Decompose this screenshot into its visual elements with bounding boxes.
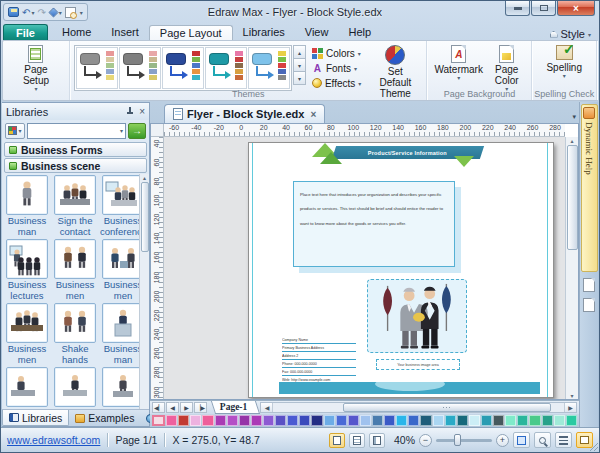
scroll-down-icon[interactable]: ▾ — [570, 392, 573, 399]
shape-business-man-making-speech[interactable]: Business man making speech — [100, 303, 139, 367]
vertical-scrollbar[interactable]: ▴ ▾ — [565, 137, 578, 399]
palette-swatch[interactable] — [287, 415, 298, 426]
close-panel-icon[interactable]: × — [139, 107, 145, 117]
navigate-icon[interactable]: ▾ — [49, 8, 62, 17]
customize-qat-icon[interactable]: ▾ — [79, 9, 83, 16]
watermark-button[interactable]: Watermark▾ — [431, 44, 486, 83]
palette-swatch[interactable] — [311, 415, 322, 426]
library-group-business-scene[interactable]: Business scene — [4, 158, 147, 173]
page-tab[interactable]: Page-1 — [211, 401, 261, 414]
palette-swatch[interactable] — [336, 415, 347, 426]
colors-button[interactable]: Colors▾ — [310, 46, 363, 60]
gallery-down-icon[interactable]: ▾ — [293, 58, 306, 72]
next-page-icon[interactable]: ▶ — [180, 402, 193, 413]
palette-swatch[interactable] — [202, 415, 213, 426]
tab-insert[interactable]: Insert — [101, 24, 149, 40]
palette-swatch[interactable] — [178, 415, 189, 426]
spelling-button[interactable]: Spelling▾ — [536, 44, 592, 81]
scroll-right-icon[interactable]: ▶ — [564, 403, 576, 412]
tab-view[interactable]: View — [295, 24, 339, 40]
presentation-view-icon[interactable] — [369, 433, 385, 448]
palette-swatch[interactable] — [517, 415, 528, 426]
dynamic-help-tab[interactable]: Dynamic Help — [581, 104, 598, 272]
horizontal-scroll-thumb[interactable] — [343, 403, 551, 412]
fonts-button[interactable]: A Fonts▾ — [310, 61, 363, 75]
save-icon[interactable] — [8, 7, 19, 17]
shape-thumbnail-image[interactable] — [54, 175, 96, 215]
palette-swatch[interactable] — [529, 415, 540, 426]
shape-thumbnail[interactable] — [4, 367, 50, 409]
tab-file[interactable]: File — [3, 24, 48, 40]
canvas-viewport[interactable]: Product/Service Information Place text h… — [164, 137, 565, 399]
document-tab[interactable]: Flyer - Block Style.edx × — [164, 104, 325, 123]
horizontal-scrollbar[interactable]: ◀ ▶ — [260, 402, 577, 413]
pin-icon[interactable] — [126, 107, 134, 116]
tab-home[interactable]: Home — [52, 24, 101, 40]
zoom-slider[interactable] — [436, 439, 492, 442]
shape-thumbnail-image[interactable] — [54, 239, 96, 279]
shape-business-lectures[interactable]: Business lectures — [4, 239, 50, 303]
normal-view-icon[interactable] — [329, 433, 345, 448]
palette-swatch[interactable] — [566, 415, 577, 426]
first-page-icon[interactable]: ◀▏ — [152, 402, 165, 413]
shape-shake-hands[interactable]: Shake hands — [52, 303, 98, 367]
palette-swatch[interactable] — [263, 415, 274, 426]
business-image-area[interactable] — [367, 279, 467, 353]
flyer-banner[interactable]: Product/Service Information — [304, 143, 484, 169]
page-list-icon[interactable] — [555, 432, 572, 448]
zoom-in-icon[interactable]: + — [496, 434, 509, 447]
scroll-left-icon[interactable]: ◀ — [261, 403, 273, 412]
zoom-slider-thumb[interactable] — [454, 434, 461, 446]
palette-swatch[interactable] — [275, 415, 286, 426]
last-page-icon[interactable]: ▕▶ — [194, 402, 207, 413]
palette-swatch[interactable] — [348, 415, 359, 426]
page-color-button[interactable]: Page Color▾ — [486, 44, 527, 94]
palette-swatch[interactable] — [408, 415, 419, 426]
gallery-up-icon[interactable]: ▴ — [293, 45, 306, 59]
shape-thumbnail-image[interactable] — [54, 367, 96, 407]
palette-swatch[interactable] — [396, 415, 407, 426]
palette-swatch[interactable] — [554, 415, 565, 426]
library-search-input[interactable]: ▾ — [27, 123, 126, 139]
tab-overflow-icon[interactable]: ▾ — [572, 113, 576, 121]
docked-panel-icon[interactable] — [583, 278, 595, 292]
palette-swatch[interactable] — [299, 415, 310, 426]
palette-swatch[interactable] — [384, 415, 395, 426]
theme-thumbnail-2[interactable] — [119, 47, 161, 89]
palette-swatch[interactable] — [372, 415, 383, 426]
palette-swatch[interactable] — [166, 415, 177, 426]
zoom-out-icon[interactable]: − — [419, 434, 432, 447]
flyer-page[interactable]: Product/Service Information Place text h… — [248, 142, 554, 398]
shape-thumbnail-image[interactable] — [102, 303, 139, 343]
palette-swatch[interactable] — [215, 415, 226, 426]
palette-swatch[interactable] — [360, 415, 371, 426]
theme-thumbnail-4[interactable] — [205, 47, 247, 89]
palette-swatch[interactable] — [239, 415, 250, 426]
shape-business-conference[interactable]: Business conference — [100, 175, 139, 239]
shape-thumbnail[interactable] — [52, 367, 98, 409]
tab-page-layout[interactable]: Page Layout — [149, 25, 233, 41]
palette-swatch[interactable] — [227, 415, 238, 426]
style-button[interactable]: Style ▾ — [550, 28, 597, 40]
page-setup-button[interactable]: Page Setup▾ — [7, 44, 65, 94]
palette-swatch[interactable] — [190, 415, 201, 426]
shape-sign-the-contact[interactable]: Sign the contact — [52, 175, 98, 239]
shape-thumbnail-image[interactable] — [6, 175, 48, 215]
vertical-scroll-thumb[interactable] — [567, 145, 578, 250]
undo-icon[interactable]: ↶▾ — [22, 7, 34, 18]
shape-thumbnail-image[interactable] — [102, 367, 139, 407]
library-group-business-forms[interactable]: Business Forms — [4, 142, 147, 157]
shape-thumbnail-image[interactable] — [6, 367, 48, 407]
fit-to-window-icon[interactable] — [513, 432, 530, 448]
docked-panel-icon[interactable] — [583, 298, 595, 312]
library-select-button[interactable]: ▾ — [5, 123, 25, 139]
maximize-button[interactable] — [531, 1, 556, 16]
palette-swatch[interactable] — [324, 415, 335, 426]
theme-thumbnail-1[interactable] — [76, 47, 118, 89]
palette-swatch[interactable] — [152, 415, 165, 426]
tab-help[interactable]: Help — [338, 24, 381, 40]
shape-business-men-shake[interactable]: Business men shake — [52, 239, 98, 303]
palette-swatch[interactable] — [251, 415, 262, 426]
effects-button[interactable]: Effects▾ — [310, 76, 363, 90]
gallery-more-icon[interactable]: ▾ — [293, 71, 306, 85]
